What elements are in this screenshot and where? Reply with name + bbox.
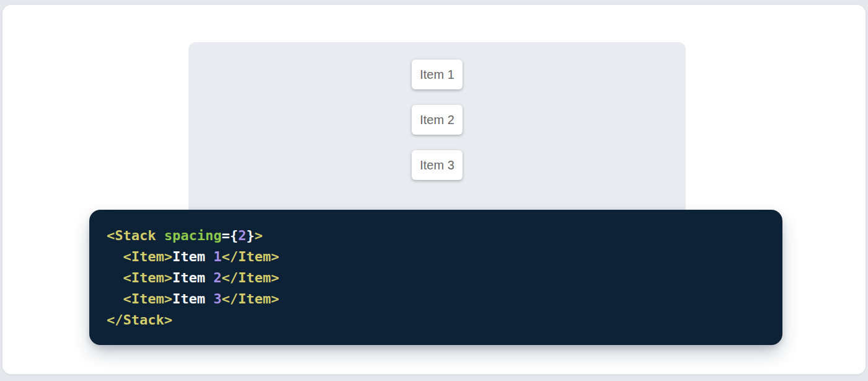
item-label: Item 2 bbox=[420, 113, 454, 127]
stack-container: Item 1 Item 2 Item 3 bbox=[188, 42, 686, 180]
code-content: <Stack spacing={2}> <Item>Item 1</Item> … bbox=[107, 225, 765, 331]
page-background: Item 1 Item 2 Item 3 <Stack spacing={2}>… bbox=[0, 0, 868, 381]
item-card: Item 3 bbox=[412, 150, 463, 180]
demo-panel: Item 1 Item 2 Item 3 bbox=[188, 42, 686, 222]
code-line: </Stack> bbox=[107, 310, 765, 331]
item-label: Item 3 bbox=[420, 158, 454, 172]
code-line: <Item>Item 2</Item> bbox=[107, 267, 765, 289]
code-block: <Stack spacing={2}> <Item>Item 1</Item> … bbox=[89, 210, 782, 345]
code-line: <Stack spacing={2}> bbox=[107, 225, 765, 246]
code-line: <Item>Item 1</Item> bbox=[107, 246, 765, 267]
item-label: Item 1 bbox=[420, 68, 454, 81]
content-card: Item 1 Item 2 Item 3 <Stack spacing={2}>… bbox=[2, 5, 866, 374]
code-line: <Item>Item 3</Item> bbox=[107, 289, 765, 310]
item-card: Item 1 bbox=[412, 60, 463, 89]
item-card: Item 2 bbox=[412, 105, 463, 135]
